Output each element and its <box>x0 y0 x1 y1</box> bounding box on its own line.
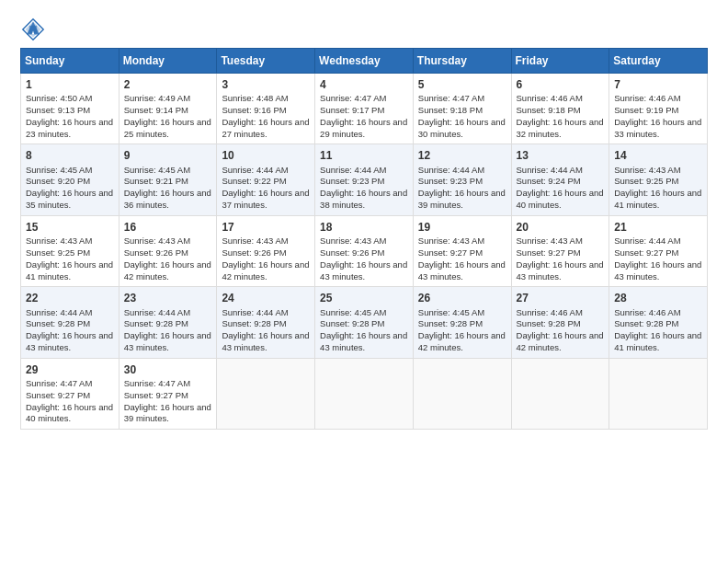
col-tuesday: Tuesday <box>217 49 315 74</box>
day-number: 26 <box>418 291 506 305</box>
col-wednesday: Wednesday <box>315 49 414 74</box>
calendar-week-row: 8Sunrise: 4:45 AMSunset: 9:20 PMDaylight… <box>21 144 708 215</box>
calendar-cell: 23Sunrise: 4:44 AMSunset: 9:28 PMDayligh… <box>119 287 217 358</box>
day-number: 30 <box>124 362 212 377</box>
calendar-cell: 17Sunrise: 4:43 AMSunset: 9:26 PMDayligh… <box>217 215 315 286</box>
calendar-cell: 19Sunrise: 4:43 AMSunset: 9:27 PMDayligh… <box>413 215 511 286</box>
day-number: 13 <box>517 148 605 163</box>
calendar-cell: 6Sunrise: 4:46 AMSunset: 9:18 PMDaylight… <box>511 74 609 144</box>
day-number: 22 <box>26 291 114 305</box>
day-number: 10 <box>222 148 310 163</box>
day-number: 6 <box>517 77 605 92</box>
col-thursday: Thursday <box>413 49 511 74</box>
day-number: 28 <box>614 291 702 305</box>
day-number: 27 <box>517 291 605 305</box>
day-number: 15 <box>26 220 114 235</box>
calendar-header-row: Sunday Monday Tuesday Wednesday Thursday… <box>21 49 708 74</box>
col-sunday: Sunday <box>21 49 119 74</box>
day-number: 1 <box>26 77 114 92</box>
day-number: 18 <box>320 220 408 235</box>
calendar-cell: 22Sunrise: 4:44 AMSunset: 9:28 PMDayligh… <box>21 287 119 358</box>
day-number: 21 <box>614 220 702 235</box>
calendar-cell: 12Sunrise: 4:44 AMSunset: 9:23 PMDayligh… <box>413 144 511 215</box>
calendar-cell: 26Sunrise: 4:45 AMSunset: 9:28 PMDayligh… <box>413 287 511 358</box>
calendar-week-row: 29Sunrise: 4:47 AMSunset: 9:27 PMDayligh… <box>21 358 708 429</box>
calendar-cell: 13Sunrise: 4:44 AMSunset: 9:24 PMDayligh… <box>511 144 609 215</box>
calendar-cell: 27Sunrise: 4:46 AMSunset: 9:28 PMDayligh… <box>511 287 609 358</box>
calendar-cell: 11Sunrise: 4:44 AMSunset: 9:23 PMDayligh… <box>315 144 414 215</box>
calendar-cell: 25Sunrise: 4:45 AMSunset: 9:28 PMDayligh… <box>315 287 414 358</box>
calendar-cell <box>511 358 609 429</box>
calendar-cell: 8Sunrise: 4:45 AMSunset: 9:20 PMDaylight… <box>21 144 119 215</box>
day-number: 8 <box>26 148 114 163</box>
calendar-cell: 5Sunrise: 4:47 AMSunset: 9:18 PMDaylight… <box>413 74 511 144</box>
day-number: 9 <box>124 148 212 163</box>
calendar-week-row: 1Sunrise: 4:50 AMSunset: 9:13 PMDaylight… <box>21 74 708 144</box>
col-saturday: Saturday <box>609 49 708 74</box>
calendar: Sunday Monday Tuesday Wednesday Thursday… <box>20 48 708 430</box>
calendar-cell: 10Sunrise: 4:44 AMSunset: 9:22 PMDayligh… <box>217 144 315 215</box>
calendar-week-row: 15Sunrise: 4:43 AMSunset: 9:25 PMDayligh… <box>21 215 708 286</box>
day-number: 2 <box>124 77 212 92</box>
calendar-cell: 2Sunrise: 4:49 AMSunset: 9:14 PMDaylight… <box>119 74 217 144</box>
calendar-cell: 29Sunrise: 4:47 AMSunset: 9:27 PMDayligh… <box>21 358 119 429</box>
day-number: 20 <box>517 220 605 235</box>
day-number: 25 <box>320 291 408 305</box>
day-number: 14 <box>614 148 702 163</box>
day-number: 29 <box>26 362 114 377</box>
logo-icon <box>20 17 46 42</box>
calendar-cell: 18Sunrise: 4:43 AMSunset: 9:26 PMDayligh… <box>315 215 414 286</box>
calendar-cell: 3Sunrise: 4:48 AMSunset: 9:16 PMDaylight… <box>217 74 315 144</box>
logo <box>20 17 50 42</box>
day-number: 16 <box>124 220 212 235</box>
day-number: 5 <box>418 77 506 92</box>
calendar-cell: 7Sunrise: 4:46 AMSunset: 9:19 PMDaylight… <box>609 74 708 144</box>
page: Sunday Monday Tuesday Wednesday Thursday… <box>0 0 728 563</box>
calendar-cell <box>413 358 511 429</box>
day-number: 19 <box>418 220 506 235</box>
calendar-cell: 16Sunrise: 4:43 AMSunset: 9:26 PMDayligh… <box>119 215 217 286</box>
day-number: 12 <box>418 148 506 163</box>
calendar-cell: 14Sunrise: 4:43 AMSunset: 9:25 PMDayligh… <box>609 144 708 215</box>
calendar-cell <box>217 358 315 429</box>
calendar-week-row: 22Sunrise: 4:44 AMSunset: 9:28 PMDayligh… <box>21 287 708 358</box>
calendar-cell: 4Sunrise: 4:47 AMSunset: 9:17 PMDaylight… <box>315 74 414 144</box>
calendar-cell: 20Sunrise: 4:43 AMSunset: 9:27 PMDayligh… <box>511 215 609 286</box>
header <box>20 17 708 42</box>
calendar-cell: 15Sunrise: 4:43 AMSunset: 9:25 PMDayligh… <box>21 215 119 286</box>
calendar-cell: 1Sunrise: 4:50 AMSunset: 9:13 PMDaylight… <box>21 74 119 144</box>
calendar-cell: 30Sunrise: 4:47 AMSunset: 9:27 PMDayligh… <box>119 358 217 429</box>
day-number: 17 <box>222 220 310 235</box>
col-friday: Friday <box>511 49 609 74</box>
calendar-cell <box>315 358 414 429</box>
day-number: 24 <box>222 291 310 305</box>
day-number: 3 <box>222 77 310 92</box>
day-number: 7 <box>614 77 702 92</box>
day-number: 4 <box>320 77 408 92</box>
day-number: 23 <box>124 291 212 305</box>
day-number: 11 <box>320 148 408 163</box>
calendar-cell: 9Sunrise: 4:45 AMSunset: 9:21 PMDaylight… <box>119 144 217 215</box>
calendar-cell <box>609 358 708 429</box>
calendar-cell: 21Sunrise: 4:44 AMSunset: 9:27 PMDayligh… <box>609 215 708 286</box>
col-monday: Monday <box>119 49 217 74</box>
calendar-cell: 28Sunrise: 4:46 AMSunset: 9:28 PMDayligh… <box>609 287 708 358</box>
calendar-cell: 24Sunrise: 4:44 AMSunset: 9:28 PMDayligh… <box>217 287 315 358</box>
